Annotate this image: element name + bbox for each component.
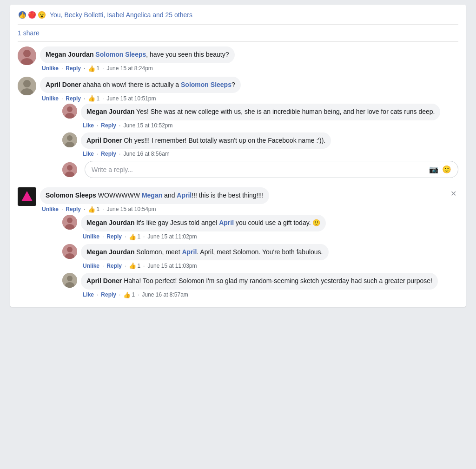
comment-text-r2: Oh yes!!! I remember! But totally wasn't… xyxy=(124,137,325,144)
replies-c3: Megan Jourdan It's like gay Jesus told a… xyxy=(62,215,458,298)
comment-bubble-r1: Megan Jourdan Yes! She was at new colleg… xyxy=(81,104,440,120)
svg-point-21 xyxy=(67,247,73,252)
comment-c1: Megan Jourdan Solomon Sleeps, have you s… xyxy=(18,46,458,72)
svg-point-13 xyxy=(67,165,73,171)
comment-author-r5[interactable]: April Doner xyxy=(86,277,122,284)
svg-point-18 xyxy=(67,218,73,223)
close-button-c3[interactable]: ✕ xyxy=(449,187,458,200)
mention-solomon-1[interactable]: Solomon Sleeps xyxy=(95,51,146,58)
reply-link-r5[interactable]: Reply xyxy=(101,291,116,298)
emoji-icon[interactable]: 🙂 xyxy=(442,165,451,174)
timestamp-r3: June 15 at 11:02pm xyxy=(147,233,197,240)
comment-body-c2: April Doner ahaha oh wow! there is actua… xyxy=(40,77,458,183)
comment-author-r2[interactable]: April Doner xyxy=(86,137,122,144)
shares-row[interactable]: 1 share xyxy=(18,25,458,42)
comment-body-r3: Megan Jourdan It's like gay Jesus told a… xyxy=(81,215,458,240)
reply-link-c3[interactable]: Reply xyxy=(66,206,81,212)
love-icon: ❤️ xyxy=(27,10,37,20)
timestamp-r2: June 16 at 8:56am xyxy=(123,151,169,157)
reply-link-c1[interactable]: Reply xyxy=(66,65,81,72)
comment-author-c2[interactable]: April Doner xyxy=(46,81,81,88)
comment-actions-c3: Unlike · Reply · 👍 1 · June 15 at 10:54p… xyxy=(40,206,458,213)
like-count-r5: 👍 1 xyxy=(123,291,135,298)
like-count-r3: 👍 1 xyxy=(129,233,140,240)
comment-text-r1: Yes! She was at new college with us, she… xyxy=(136,108,435,115)
avatar-april-r5 xyxy=(62,273,77,288)
mention-april-r4[interactable]: April xyxy=(182,248,197,256)
comment-body-r5: April Doner Haha! Too perfect! Solomon I… xyxy=(81,273,458,298)
reply-link-r2[interactable]: Reply xyxy=(101,151,116,157)
timestamp-c3: June 15 at 10:54pm xyxy=(106,206,156,212)
mention-april-r3[interactable]: April xyxy=(219,219,234,226)
reply-link-r4[interactable]: Reply xyxy=(106,263,122,269)
reply-input-field[interactable]: Write a reply... 📷 🙂 xyxy=(85,161,458,178)
shares-text: 1 share xyxy=(18,29,40,37)
reply-input-row-c2: Write a reply... 📷 🙂 xyxy=(62,161,458,178)
comment-author-r1[interactable]: Megan Jourdan xyxy=(86,108,134,115)
comment-bubble-r2: April Doner Oh yes!!! I remember! But to… xyxy=(81,132,331,149)
thumb-icon-r5: 👍 xyxy=(123,291,131,298)
avatar-april-1 xyxy=(18,77,36,95)
camera-icon[interactable]: 📷 xyxy=(429,165,438,174)
reply-placeholder: Write a reply... xyxy=(92,166,133,173)
mention-solomon-2[interactable]: Solomon Sleeps xyxy=(181,81,231,88)
timestamp-r5: June 16 at 8:57am xyxy=(142,291,188,298)
timestamp-c1: June 15 at 8:24pm xyxy=(106,65,152,72)
comment-author-c1[interactable]: Megan Jourdan xyxy=(46,51,93,58)
comment-author-c3[interactable]: Solomon Sleeps xyxy=(46,192,96,199)
reply-link-r3[interactable]: Reply xyxy=(106,233,122,240)
unlike-link-c2[interactable]: Unlike xyxy=(42,95,59,102)
reply-r3: Megan Jourdan It's like gay Jesus told a… xyxy=(62,215,458,240)
comment-actions-r5: Like · Reply · 👍 1 · June 16 at 8:57am xyxy=(81,291,458,298)
mention-megan-c3[interactable]: Megan xyxy=(142,192,162,199)
comment-actions-c2: Unlike · Reply · 👍 1 · June 15 at 10:51p… xyxy=(40,95,458,102)
like-link-r2[interactable]: Like xyxy=(83,151,94,157)
comment-author-r3[interactable]: Megan Jourdan xyxy=(86,219,134,226)
avatar-megan-r4 xyxy=(62,244,77,259)
timestamp-c2: June 15 at 10:51pm xyxy=(106,95,156,102)
comment-actions-r4: Unlike · Reply · 👍 1 · June 15 at 11:03p… xyxy=(81,262,458,269)
reactions-row: 👍 ❤️ 😮 You, Becky Bolletti, Isabel Angel… xyxy=(18,10,458,25)
like-link-r5[interactable]: Like xyxy=(83,291,94,298)
facebook-comments-card: 👍 ❤️ 😮 You, Becky Bolletti, Isabel Angel… xyxy=(10,5,466,307)
like-link-r1[interactable]: Like xyxy=(83,122,94,129)
timestamp-r1: June 15 at 10:52pm xyxy=(123,122,172,129)
replies-c2: Megan Jourdan Yes! She was at new colleg… xyxy=(62,104,458,178)
like-icon: 👍 xyxy=(18,10,27,20)
like-count-c1: 👍 1 xyxy=(88,65,99,72)
reply-input-icons: 📷 🙂 xyxy=(429,165,451,174)
like-count-c3: 👍 1 xyxy=(88,206,99,213)
unlike-link-c3[interactable]: Unlike xyxy=(42,206,59,212)
comment-c2: April Doner ahaha oh wow! there is actua… xyxy=(18,77,458,183)
comment-author-r4[interactable]: Megan Jourdan xyxy=(86,248,134,256)
reply-link-r1[interactable]: Reply xyxy=(101,122,116,129)
unlike-link-c1[interactable]: Unlike xyxy=(42,65,59,72)
comment-text-r4: Solomon, meet April. April, meet Solomon… xyxy=(136,248,323,256)
like-count-c2: 👍 1 xyxy=(88,95,99,102)
comment-bubble-c2: April Doner ahaha oh wow! there is actua… xyxy=(40,77,241,93)
comment-text-c1: Solomon Sleeps, have you seen this beaut… xyxy=(95,51,229,58)
unlike-link-r4[interactable]: Unlike xyxy=(83,263,99,269)
comment-body-c1: Megan Jourdan Solomon Sleeps, have you s… xyxy=(40,46,458,72)
avatar-megan-r1 xyxy=(62,104,77,119)
like-count-r4: 👍 1 xyxy=(129,262,140,269)
comment-actions-c1: Unlike · Reply · 👍 1 · June 15 at 8:24pm xyxy=(40,65,458,72)
thumb-icon-r4: 👍 xyxy=(129,262,136,269)
mention-april-c3[interactable]: April xyxy=(177,192,192,199)
timestamp-r4: June 15 at 11:03pm xyxy=(147,263,197,269)
comment-body-r2: April Doner Oh yes!!! I remember! But to… xyxy=(81,132,458,158)
comment-actions-r3: Unlike · Reply · 👍 1 · June 15 at 11:02p… xyxy=(81,233,458,240)
reply-link-c2[interactable]: Reply xyxy=(66,95,81,102)
avatar-megan-1 xyxy=(18,46,36,65)
comment-bubble-c3: Solomon Sleeps WOWWWWW Megan and April!!… xyxy=(40,187,269,204)
unlike-link-r3[interactable]: Unlike xyxy=(83,233,99,240)
avatar-megan-r3 xyxy=(62,215,77,230)
reply-r2: April Doner Oh yes!!! I remember! But to… xyxy=(62,132,458,158)
avatar-april-r2 xyxy=(62,132,77,147)
reactions-text[interactable]: You, Becky Bolletti, Isabel Angelica and… xyxy=(50,11,192,19)
reply-r5: April Doner Haha! Too perfect! Solomon I… xyxy=(62,273,458,298)
comment-bubble-r4: Megan Jourdan Solomon, meet April. April… xyxy=(81,244,329,261)
thumb-icon-r3: 👍 xyxy=(129,233,136,240)
comment-actions-r2: Like · Reply · June 16 at 8:56am xyxy=(81,151,458,157)
comment-c3: Solomon Sleeps WOWWWWW Megan and April!!… xyxy=(18,187,458,302)
